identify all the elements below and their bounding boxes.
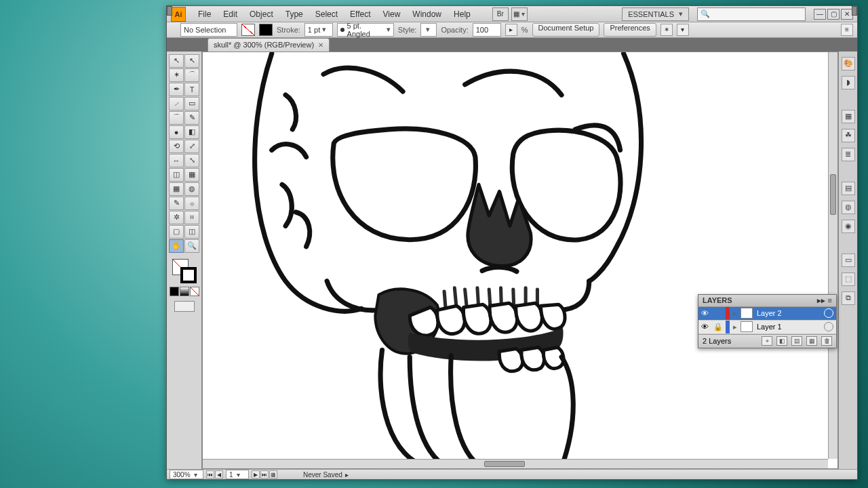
disclosure-triangle-icon[interactable]: ▸ [731, 309, 739, 318]
menu-effect[interactable]: Effect [344, 7, 376, 22]
vertical-scrollbar-thumb[interactable] [830, 174, 836, 215]
fill-swatch[interactable] [241, 24, 255, 36]
window-maximize-button[interactable]: ▢ [827, 9, 840, 20]
graphic-styles-icon[interactable]: ⬚ [842, 272, 855, 286]
target-icon[interactable] [824, 322, 833, 331]
free-transform-tool[interactable]: ⤡ [184, 154, 199, 167]
menu-select[interactable]: Select [310, 7, 343, 22]
target-icon[interactable] [824, 308, 833, 318]
artboard-last-icon[interactable]: ⏭ [260, 470, 269, 479]
blend-tool[interactable]: ⟐ [184, 197, 199, 210]
menu-file[interactable]: File [193, 7, 216, 22]
layer-row[interactable]: 👁▸Layer 2 [698, 307, 836, 321]
disclosure-triangle-icon[interactable]: ▸ [731, 323, 739, 331]
panel-collapse-left[interactable] [167, 6, 172, 16]
color-mode-solid[interactable] [170, 287, 179, 296]
appearance-icon[interactable]: ▭ [842, 253, 855, 267]
fill-stroke-controls[interactable] [171, 258, 198, 285]
color-icon[interactable]: 🎨 [842, 57, 855, 70]
rectangle-tool[interactable]: ▭ [184, 97, 199, 110]
menu-edit[interactable]: Edit [218, 7, 243, 22]
eraser-tool[interactable]: ◧ [184, 125, 199, 139]
menu-help[interactable]: Help [448, 7, 476, 22]
new-sublayer-icon[interactable]: ▤ [791, 336, 802, 346]
bridge-button[interactable]: Br [492, 7, 509, 21]
workspace-switcher[interactable]: ESSENTIALS [622, 7, 689, 21]
close-tab-icon[interactable]: ✕ [318, 41, 323, 49]
brush-definition[interactable]: 5 pt. Angled [337, 23, 394, 37]
swatches-icon[interactable]: ▦ [842, 110, 855, 123]
stroke-indicator[interactable] [180, 267, 197, 283]
layers-panel[interactable]: LAYERS ▸▸ ≡ 👁▸Layer 2👁🔒▸Layer 1 2 Layers… [698, 294, 837, 348]
opacity-field[interactable]: 100 [473, 23, 501, 37]
search-box[interactable]: 🔍 [697, 7, 806, 21]
magic-wand-tool[interactable]: ✶ [169, 68, 184, 82]
graphic-style-field[interactable] [420, 23, 437, 37]
scale-tool[interactable]: ⤢ [184, 140, 199, 153]
lock-toggle-icon[interactable]: 🔒 [712, 323, 724, 331]
shape-builder-tool[interactable]: ◫ [169, 168, 184, 182]
layer-name[interactable]: Layer 2 [754, 309, 823, 317]
artboard-first-icon[interactable]: ⏮ [206, 470, 214, 479]
color-mode-none[interactable] [190, 287, 199, 296]
opacity-stepper[interactable]: ▸ [505, 24, 517, 36]
line-tool[interactable]: ⟋ [169, 97, 184, 110]
type-tool[interactable]: T [184, 83, 199, 96]
pencil-tool[interactable]: ✎ [184, 111, 199, 125]
menu-view[interactable]: View [378, 7, 406, 22]
artboard-prev-icon[interactable]: ◀ [215, 470, 223, 479]
window-minimize-button[interactable]: — [814, 9, 826, 20]
canvas[interactable] [202, 52, 838, 469]
color-guide-icon[interactable]: ◗ [842, 76, 855, 89]
stroke-swatch[interactable] [259, 24, 273, 36]
horizontal-scrollbar[interactable] [203, 459, 828, 468]
color-mode-gradient[interactable] [180, 287, 189, 296]
blob-brush-tool[interactable]: ● [169, 125, 184, 139]
screen-mode-button[interactable] [174, 301, 195, 312]
control-menu-icon[interactable]: ≡ [841, 24, 853, 36]
direct-selection-tool[interactable]: ↖ [184, 54, 199, 68]
artboard-next-icon[interactable]: ▶ [252, 470, 260, 479]
rotate-tool[interactable]: ⟲ [169, 140, 184, 153]
status-menu-icon[interactable]: ▸ [345, 471, 349, 479]
stroke-icon[interactable]: ▤ [842, 182, 855, 195]
delete-layer-icon[interactable]: 🗑 [821, 336, 832, 346]
make-clipping-mask-icon[interactable]: ◧ [776, 336, 787, 346]
layers-icon[interactable]: ⧉ [842, 291, 855, 305]
document-tab[interactable]: skull* @ 300% (RGB/Preview) ✕ [208, 38, 330, 52]
menu-type[interactable]: Type [280, 7, 309, 22]
transparency-icon[interactable]: ◉ [842, 220, 855, 233]
paintbrush-tool[interactable]: ⌒ [169, 111, 184, 125]
layer-row[interactable]: 👁🔒▸Layer 1 [698, 321, 836, 334]
symbol-sprayer-tool[interactable]: ✲ [169, 211, 184, 224]
align-button[interactable]: ▾ [677, 24, 689, 36]
vertical-scrollbar[interactable] [828, 52, 837, 459]
gradient-icon[interactable]: ◍ [842, 201, 855, 214]
width-tool[interactable]: ↔ [169, 154, 184, 167]
menu-object[interactable]: Object [244, 7, 279, 22]
zoom-field[interactable]: 300% [170, 470, 203, 479]
artboard-tool[interactable]: ▢ [169, 225, 184, 239]
horizontal-scrollbar-thumb[interactable] [484, 461, 525, 467]
visibility-toggle-icon[interactable]: 👁 [698, 309, 711, 317]
panel-collapse-right[interactable] [852, 6, 857, 16]
arrange-documents-button[interactable]: ▦ [511, 7, 528, 21]
menu-window[interactable]: Window [407, 7, 447, 22]
gradient-tool[interactable]: ◍ [184, 182, 199, 196]
visibility-toggle-icon[interactable]: 👁 [698, 323, 711, 331]
artboard-index-field[interactable]: 1 [226, 470, 249, 479]
panel-collapse-icon[interactable]: ▸▸ [817, 296, 825, 305]
selection-tool[interactable]: ↖ [169, 54, 184, 68]
column-graph-tool[interactable]: ⌗ [184, 211, 199, 224]
document-setup-button[interactable]: Document Setup [532, 23, 600, 37]
new-layer-icon[interactable]: ▦ [806, 336, 817, 346]
locate-object-icon[interactable]: ⌖ [762, 336, 772, 346]
eyedropper-tool[interactable]: ✎ [169, 197, 184, 210]
mesh-tool[interactable]: ▦ [169, 182, 184, 196]
select-similar-button[interactable]: ✶ [660, 24, 673, 36]
panel-menu-icon[interactable]: ≡ [828, 296, 832, 305]
artboard-navigator-icon[interactable]: ▦ [269, 470, 277, 479]
stroke-width-field[interactable]: 1 pt [304, 23, 333, 37]
layers-panel-titlebar[interactable]: LAYERS ▸▸ ≡ [698, 295, 836, 307]
lasso-tool[interactable]: ⌒ [184, 68, 199, 82]
